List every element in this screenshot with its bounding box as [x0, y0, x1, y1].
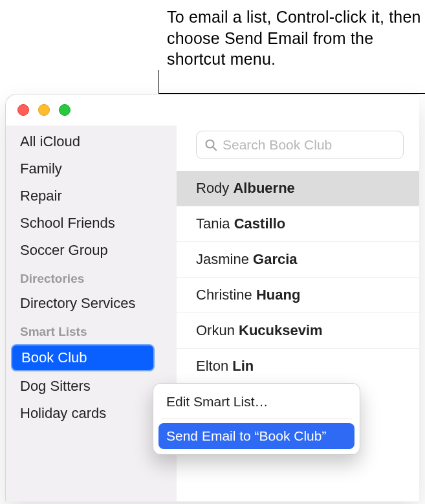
window-titlebar [6, 94, 419, 126]
menu-item-edit-smart-list[interactable]: Edit Smart List… [158, 389, 354, 415]
contact-first-name: Tania [196, 215, 230, 232]
contact-first-name: Orkun [196, 322, 235, 338]
svg-line-1 [213, 147, 216, 150]
contact-last-name: Lin [232, 358, 254, 374]
contact-row[interactable]: Elton Lin [177, 349, 419, 378]
contact-first-name: Christine [196, 287, 252, 303]
menu-item-send-email[interactable]: Send Email to “Book Club” [158, 423, 354, 449]
sidebar-header-smart-lists: Smart Lists [6, 317, 177, 343]
contact-first-name: Jasmine [196, 251, 249, 267]
sidebar-header-directories: Directories [6, 264, 177, 290]
sidebar-item-soccer-group[interactable]: Soccer Group [6, 237, 177, 264]
contact-first-name: Elton [196, 358, 228, 374]
zoom-icon[interactable] [59, 104, 71, 116]
help-caption: To email a list, Control-click it, then … [167, 6, 424, 70]
contact-first-name: Rody [196, 180, 229, 196]
contact-last-name: Garcia [253, 251, 298, 267]
sidebar-item-school-friends[interactable]: School Friends [6, 210, 177, 237]
sidebar-item-family[interactable]: Family [6, 155, 177, 182]
sidebar-item-all-icloud[interactable]: All iCloud [6, 128, 177, 155]
contact-row[interactable]: Christine Huang [177, 278, 419, 313]
menu-separator [161, 419, 352, 419]
search-field-wrapper[interactable] [196, 131, 404, 159]
contact-last-name: Albuerne [233, 180, 294, 196]
contact-row[interactable]: Rody Albuerne [177, 171, 419, 206]
minimize-icon[interactable] [38, 104, 50, 116]
contact-last-name: Castillo [234, 215, 285, 232]
sidebar-item-directory-services[interactable]: Directory Services [6, 290, 177, 317]
contact-row[interactable]: Orkun Kucuksevim [177, 313, 419, 349]
contact-row[interactable]: Jasmine Garcia [177, 242, 419, 278]
close-icon[interactable] [17, 104, 29, 116]
search-input[interactable] [223, 137, 395, 153]
search-icon [204, 138, 217, 151]
sidebar-item-holiday-cards[interactable]: Holiday cards [6, 400, 177, 427]
contact-last-name: Huang [256, 287, 300, 303]
contact-last-name: Kucuksevim [239, 322, 323, 338]
sidebar-item-repair[interactable]: Repair [6, 182, 177, 210]
sidebar-item-dog-sitters[interactable]: Dog Sitters [6, 373, 177, 400]
context-menu: Edit Smart List… Send Email to “Book Clu… [153, 383, 360, 455]
sidebar: All iCloud Family Repair School Friends … [6, 126, 177, 501]
contact-row[interactable]: Tania Castillo [177, 206, 419, 242]
sidebar-item-book-club[interactable]: Book Club [11, 344, 155, 371]
